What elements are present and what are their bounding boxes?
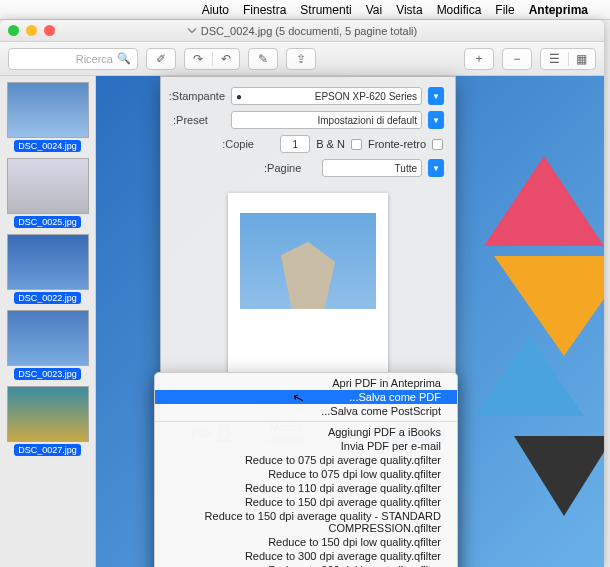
menu-help[interactable]: Aiuto bbox=[202, 3, 229, 17]
duplex-label: Fronte-retro bbox=[368, 138, 426, 150]
thumbnail-item[interactable]: DSC_0025.jpg bbox=[6, 158, 89, 228]
rotate-left-icon[interactable]: ↶ bbox=[212, 52, 240, 66]
titlebar: DSC_0024.jpg (5 documenti, 5 pagine tota… bbox=[0, 20, 604, 42]
menu-go[interactable]: Vai bbox=[366, 3, 382, 17]
share-button[interactable]: ⇪ bbox=[286, 48, 316, 70]
zoom-in-button[interactable]: + bbox=[464, 48, 494, 70]
pdf-menu-item[interactable]: Reduce to 150 dpi low quality.qfilter bbox=[155, 535, 457, 549]
traffic-lights bbox=[8, 25, 55, 36]
pdf-menu-item[interactable]: Apri PDF in Anteprima bbox=[155, 376, 457, 390]
thumbnail-item[interactable]: DSC_0024.jpg bbox=[6, 82, 89, 152]
list-view-icon[interactable]: ☰ bbox=[541, 52, 568, 66]
menu-file[interactable]: File bbox=[495, 3, 514, 17]
chevron-down-icon[interactable] bbox=[187, 26, 197, 35]
bw-checkbox[interactable] bbox=[351, 139, 362, 150]
pdf-menu-item[interactable]: Reduce to 150 dpi average quality - STAN… bbox=[155, 509, 457, 535]
close-button[interactable] bbox=[44, 25, 55, 36]
thumbnail-item[interactable]: DSC_0022.jpg bbox=[6, 234, 89, 304]
menu-view[interactable]: Vista bbox=[396, 3, 422, 17]
zoom-out-button[interactable]: − bbox=[502, 48, 532, 70]
pdf-menu-item[interactable]: Salva come PostScript... bbox=[155, 404, 457, 418]
system-menubar: Anteprima File Modifica Vista Vai Strume… bbox=[0, 0, 610, 20]
preview-window: DSC_0024.jpg (5 documenti, 5 pagine tota… bbox=[0, 20, 604, 567]
menu-window[interactable]: Finestra bbox=[243, 3, 286, 17]
pdf-menu-item[interactable]: Reduce to 300 dpi average quality.qfilte… bbox=[155, 549, 457, 563]
menu-edit[interactable]: Modifica bbox=[437, 3, 482, 17]
zoom-button[interactable] bbox=[8, 25, 19, 36]
view-mode-group[interactable]: ▦☰ bbox=[540, 48, 596, 70]
thumbnail-item[interactable]: DSC_0027.jpg bbox=[6, 386, 89, 456]
window-title: DSC_0024.jpg (5 documenti, 5 pagine tota… bbox=[187, 25, 417, 37]
dropdown-icon[interactable]: ▼ bbox=[428, 159, 444, 177]
search-input[interactable]: 🔍 Ricerca bbox=[8, 48, 138, 70]
thumbnail-item[interactable]: DSC_0023.jpg bbox=[6, 310, 89, 380]
copies-label: Copie: bbox=[222, 138, 274, 150]
pdf-menu-item[interactable]: Reduce to 110 dpi average quality.qfilte… bbox=[155, 481, 457, 495]
pdf-menu-item[interactable]: Reduce to 075 dpi average quality.qfilte… bbox=[155, 453, 457, 467]
rotate-right-icon[interactable]: ↷ bbox=[185, 52, 212, 66]
dropdown-icon[interactable]: ▼ bbox=[428, 87, 444, 105]
rotate-group[interactable]: ↶↷ bbox=[184, 48, 240, 70]
pdf-menu-item[interactable]: Reduce to 150 dpi average quality.qfilte… bbox=[155, 495, 457, 509]
thumbnail-sidebar: DSC_0024.jpg DSC_0025.jpg DSC_0022.jpg D… bbox=[0, 76, 96, 567]
preset-select[interactable]: Impostazioni di default bbox=[231, 111, 422, 129]
thumbnails-view-icon[interactable]: ▦ bbox=[568, 52, 596, 66]
pdf-menu-item[interactable]: Aggiungi PDF a iBooks bbox=[155, 425, 457, 439]
pdf-menu-item[interactable]: Reduce to 300 dpi low quality.qfilter bbox=[155, 563, 457, 567]
menu-tools[interactable]: Strumenti bbox=[300, 3, 351, 17]
app-menu[interactable]: Anteprima bbox=[529, 3, 588, 17]
duplex-checkbox[interactable] bbox=[432, 139, 443, 150]
pdf-menu-item[interactable]: Reduce to 075 dpi low quality.qfilter bbox=[155, 467, 457, 481]
minimize-button[interactable] bbox=[26, 25, 37, 36]
printer-label: Stampante: bbox=[173, 90, 225, 102]
copies-input[interactable]: 1 bbox=[280, 135, 310, 153]
pages-select[interactable]: Tutte bbox=[322, 159, 422, 177]
highlight-button[interactable]: ✎ bbox=[248, 48, 278, 70]
bw-label: B & N bbox=[316, 138, 345, 150]
print-preview bbox=[228, 193, 388, 393]
pages-label: Pagine: bbox=[264, 162, 316, 174]
preset-label: Preset: bbox=[173, 114, 225, 126]
dropdown-icon[interactable]: ▼ bbox=[428, 111, 444, 129]
preview-image bbox=[240, 213, 376, 309]
markup-button[interactable]: ✐ bbox=[146, 48, 176, 70]
printer-select[interactable]: EPSON XP-620 Series● bbox=[231, 87, 422, 105]
toolbar: ▦☰ − + ⇪ ✎ ↶↷ ✐ 🔍 Ricerca bbox=[0, 42, 604, 76]
pdf-menu-item[interactable]: Invia PDF per e-mail bbox=[155, 439, 457, 453]
search-icon: 🔍 bbox=[117, 52, 131, 65]
